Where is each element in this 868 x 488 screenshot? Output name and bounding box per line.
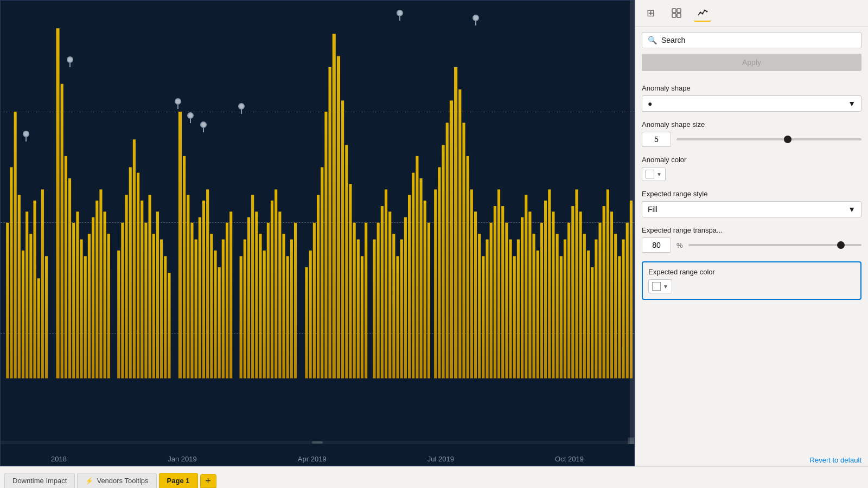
anomaly-color-picker[interactable]: ▼ bbox=[642, 167, 861, 181]
anomaly-shape-size-thumb[interactable] bbox=[784, 136, 792, 143]
anomaly-shape-dropdown[interactable]: ● ▼ bbox=[642, 95, 861, 112]
svg-rect-42 bbox=[190, 223, 193, 378]
svg-rect-74 bbox=[328, 67, 331, 378]
svg-rect-129 bbox=[552, 211, 554, 378]
tab-downtime-impact[interactable]: Downtime Impact bbox=[4, 473, 75, 488]
expected-range-style-dropdown[interactable]: Fill ▼ bbox=[642, 201, 861, 217]
expected-range-color-swatch-btn[interactable]: ▼ bbox=[648, 279, 672, 293]
svg-rect-133 bbox=[567, 223, 570, 378]
svg-rect-112 bbox=[486, 240, 488, 378]
anomaly-color-row: Anomaly color ▼ bbox=[642, 156, 861, 181]
svg-rect-37 bbox=[164, 256, 167, 378]
expected-range-color-swatch bbox=[652, 282, 661, 291]
svg-rect-148 bbox=[626, 223, 629, 378]
search-input[interactable] bbox=[661, 36, 856, 44]
expected-range-style-value: Fill bbox=[648, 205, 658, 214]
svg-rect-29 bbox=[133, 139, 136, 378]
analytics-icon[interactable] bbox=[694, 4, 711, 22]
svg-rect-62 bbox=[275, 189, 277, 378]
tab-downtime-impact-label: Downtime Impact bbox=[12, 477, 67, 485]
svg-rect-89 bbox=[392, 234, 395, 378]
svg-rect-51 bbox=[226, 223, 228, 378]
apply-button[interactable]: Apply bbox=[642, 54, 861, 71]
svg-rect-106 bbox=[462, 123, 465, 378]
svg-rect-81 bbox=[357, 240, 360, 378]
svg-rect-53 bbox=[240, 256, 242, 378]
transparency-thumb[interactable] bbox=[837, 241, 845, 249]
svg-rect-40 bbox=[183, 156, 186, 378]
x-label-apr2019: Apr 2019 bbox=[298, 455, 327, 463]
svg-rect-147 bbox=[622, 240, 624, 378]
chart-resize-bottom[interactable] bbox=[1, 441, 634, 444]
svg-rect-19 bbox=[88, 234, 91, 378]
svg-rect-64 bbox=[282, 234, 285, 378]
chart-corner-handle[interactable] bbox=[628, 438, 634, 444]
anomaly-shape-size-label: Anomaly shape size bbox=[642, 120, 861, 129]
svg-rect-130 bbox=[556, 234, 559, 378]
svg-rect-12 bbox=[61, 84, 63, 378]
tab-vendors-tooltips[interactable]: ⚡ Vendors Tooltips bbox=[77, 473, 156, 488]
svg-rect-66 bbox=[290, 240, 293, 378]
expected-range-style-row: Expected range style Fill ▼ bbox=[642, 190, 861, 217]
x-label-oct2019: Oct 2019 bbox=[555, 455, 584, 463]
svg-rect-115 bbox=[497, 189, 500, 378]
anomaly-color-label: Anomaly color bbox=[642, 156, 861, 164]
svg-rect-101 bbox=[442, 145, 445, 378]
svg-rect-97 bbox=[424, 201, 426, 378]
svg-rect-135 bbox=[575, 189, 578, 378]
x-label-jul2019: Jul 2019 bbox=[427, 455, 454, 463]
revert-to-default-link[interactable]: Revert to default bbox=[635, 454, 868, 466]
bottom-tabs: Downtime Impact ⚡ Vendors Tooltips Page … bbox=[0, 466, 868, 488]
expected-range-transparency-slider[interactable] bbox=[688, 244, 861, 246]
anomaly-color-chevron: ▼ bbox=[656, 171, 662, 177]
expected-range-transparency-input[interactable] bbox=[642, 237, 671, 253]
svg-rect-113 bbox=[490, 223, 493, 378]
paint-icon[interactable] bbox=[668, 4, 685, 22]
svg-rect-76 bbox=[337, 56, 340, 378]
svg-rect-30 bbox=[137, 173, 139, 378]
add-tab-button[interactable]: + bbox=[200, 474, 216, 488]
expected-range-color-picker[interactable]: ▼ bbox=[648, 279, 855, 293]
svg-rect-84 bbox=[373, 240, 375, 378]
right-panel: ⊞ 🔍 bbox=[635, 0, 868, 466]
svg-rect-36 bbox=[160, 240, 163, 378]
svg-rect-35 bbox=[156, 211, 159, 378]
svg-rect-72 bbox=[321, 167, 323, 378]
svg-rect-5 bbox=[25, 211, 28, 378]
svg-rect-80 bbox=[353, 223, 356, 378]
table-icon[interactable]: ⊞ bbox=[642, 4, 659, 22]
svg-rect-141 bbox=[598, 223, 601, 378]
expected-range-color-chevron: ▼ bbox=[663, 284, 668, 290]
transparency-unit: % bbox=[676, 241, 683, 249]
anomaly-color-swatch-btn[interactable]: ▼ bbox=[642, 167, 666, 181]
svg-point-157 bbox=[706, 11, 708, 12]
anomaly-shape-value: ● bbox=[648, 99, 652, 108]
search-box[interactable]: 🔍 bbox=[642, 32, 861, 48]
svg-rect-125 bbox=[537, 251, 539, 378]
svg-rect-47 bbox=[210, 234, 213, 378]
svg-rect-95 bbox=[416, 156, 418, 378]
tab-vendors-tooltips-label: Vendors Tooltips bbox=[97, 477, 148, 485]
tab-page1[interactable]: Page 1 bbox=[159, 473, 198, 488]
svg-rect-136 bbox=[579, 211, 582, 378]
chart-resize-right[interactable] bbox=[630, 1, 634, 444]
anomaly-shape-size-input[interactable] bbox=[642, 132, 671, 147]
svg-rect-3 bbox=[18, 195, 21, 378]
anomaly-shape-size-slider[interactable] bbox=[676, 138, 861, 140]
svg-rect-77 bbox=[341, 100, 344, 378]
svg-rect-73 bbox=[324, 112, 327, 378]
svg-rect-142 bbox=[603, 206, 605, 378]
panel-content: Anomaly shape ● ▼ Anomaly shape size A bbox=[635, 78, 868, 454]
svg-rect-4 bbox=[22, 251, 24, 378]
svg-rect-128 bbox=[548, 189, 551, 378]
svg-rect-41 bbox=[187, 195, 189, 378]
svg-rect-63 bbox=[278, 211, 281, 378]
svg-rect-69 bbox=[309, 251, 312, 378]
anomaly-pin-8 bbox=[473, 15, 479, 23]
svg-rect-145 bbox=[614, 234, 617, 378]
svg-rect-8 bbox=[37, 278, 40, 378]
svg-rect-117 bbox=[505, 223, 508, 378]
svg-rect-137 bbox=[583, 234, 586, 378]
svg-rect-103 bbox=[450, 100, 453, 378]
expected-range-style-label: Expected range style bbox=[642, 190, 861, 198]
